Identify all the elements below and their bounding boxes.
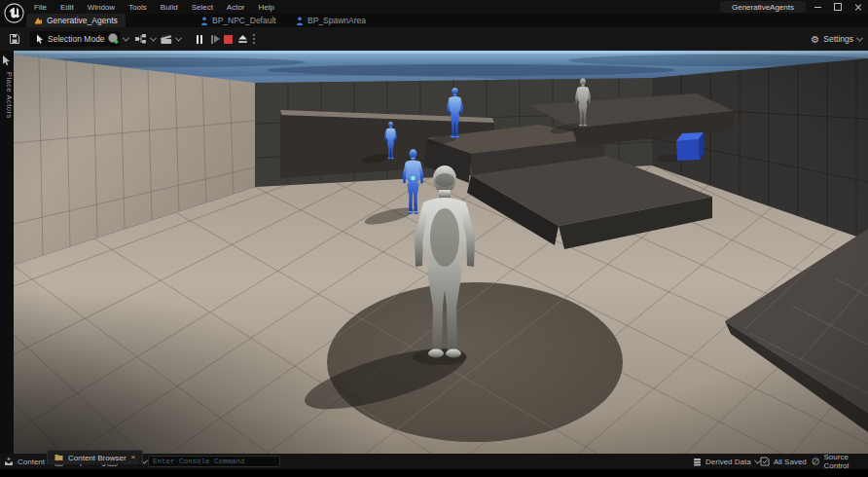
eject-icon <box>237 34 248 44</box>
blueprint-actor-icon <box>200 17 208 25</box>
cinematics-button[interactable] <box>158 27 183 51</box>
selection-mode-label: Selection Mode <box>48 34 105 44</box>
place-actors-icon[interactable] <box>2 55 13 66</box>
quick-add-icon <box>107 32 121 46</box>
blueprint-actor-icon <box>296 17 304 25</box>
level-icon <box>34 17 43 25</box>
tab-bp-npc-default[interactable]: BP_NPC_Default <box>193 14 284 27</box>
vignette <box>14 51 868 454</box>
close-tab-button[interactable]: × <box>131 454 136 461</box>
tab-label: BP_SpawnArea <box>307 16 366 25</box>
maximize-button[interactable] <box>832 1 844 13</box>
chevron-down-icon <box>123 34 129 41</box>
cinematics-icon <box>160 34 173 45</box>
close-button[interactable] <box>852 1 864 13</box>
cursor-icon <box>36 34 44 44</box>
main-toolbar: Selection Mode <box>0 27 868 52</box>
minimize-icon <box>814 7 821 8</box>
kebab-menu-icon <box>253 38 255 40</box>
quick-add-button[interactable] <box>105 27 130 51</box>
menu-window[interactable]: Window <box>81 3 122 12</box>
viewport-3d-scene <box>14 51 868 454</box>
blueprints-button[interactable] <box>132 27 158 51</box>
title-bar: File Edit Window Tools Build Select Acto… <box>0 0 868 14</box>
derived-data-button[interactable]: Derived Data <box>693 454 760 469</box>
maximize-icon <box>834 3 842 11</box>
content-browser-tab[interactable]: Content Browser × <box>47 450 143 464</box>
menu-tools[interactable]: Tools <box>122 3 154 12</box>
tab-generative-agents[interactable]: Generative_Agents <box>26 14 126 27</box>
chevron-down-icon <box>150 34 157 41</box>
place-actors-tab[interactable]: Place Actors <box>0 72 14 119</box>
derived-data-icon <box>693 458 702 466</box>
content-browser-label: Content Browser <box>68 454 127 462</box>
window-controls <box>812 0 864 14</box>
derived-data-label: Derived Data <box>705 458 751 466</box>
blueprints-icon <box>134 33 148 45</box>
settings-button[interactable]: Settings <box>811 27 862 51</box>
bottom-black-strip <box>0 469 868 477</box>
menu-actor[interactable]: Actor <box>220 3 252 12</box>
content-drawer-icon <box>4 458 14 466</box>
chevron-down-icon <box>175 34 182 41</box>
frame-skip-icon <box>211 35 213 44</box>
menu-help[interactable]: Help <box>252 3 281 12</box>
source-control-button[interactable]: Source Control <box>812 454 868 469</box>
status-bar: Content Drawer Content Browser × Output … <box>0 454 868 469</box>
settings-label: Settings <box>823 34 853 44</box>
gear-icon <box>811 34 819 45</box>
unreal-engine-logo[interactable] <box>4 3 24 23</box>
all-saved-label: All Saved <box>774 458 807 466</box>
stop-icon <box>224 35 233 44</box>
save-button[interactable] <box>6 27 23 51</box>
close-icon <box>854 3 862 11</box>
pause-icon <box>197 35 199 44</box>
tab-label: BP_NPC_Default <box>212 16 276 25</box>
level-viewport[interactable] <box>14 51 868 454</box>
tab-bp-spawnarea[interactable]: BP_SpawnArea <box>288 14 374 27</box>
console-command-input[interactable] <box>148 456 280 467</box>
menu-build[interactable]: Build <box>154 3 185 12</box>
minimize-button[interactable] <box>812 1 823 13</box>
left-panel-strip: Place Actors <box>0 51 14 454</box>
all-saved-indicator[interactable]: All Saved <box>760 454 807 469</box>
project-name-badge: GenerativeAgents <box>720 1 806 13</box>
source-control-label: Source Control <box>824 453 868 470</box>
tab-label: Generative_Agents <box>47 16 118 25</box>
saved-check-icon <box>760 457 770 466</box>
source-control-icon <box>812 457 820 466</box>
chevron-down-icon <box>856 34 863 41</box>
menu-bar: File Edit Window Tools Build Select Acto… <box>27 0 281 14</box>
folder-icon <box>54 454 63 461</box>
asset-tab-bar: Generative_Agents BP_NPC_Default BP_Spaw… <box>0 14 868 27</box>
play-options-kebab[interactable] <box>249 27 259 51</box>
menu-edit[interactable]: Edit <box>54 3 81 12</box>
menu-select[interactable]: Select <box>185 3 220 12</box>
menu-file[interactable]: File <box>27 3 54 12</box>
save-icon <box>9 33 20 45</box>
pause-button[interactable] <box>192 27 207 51</box>
